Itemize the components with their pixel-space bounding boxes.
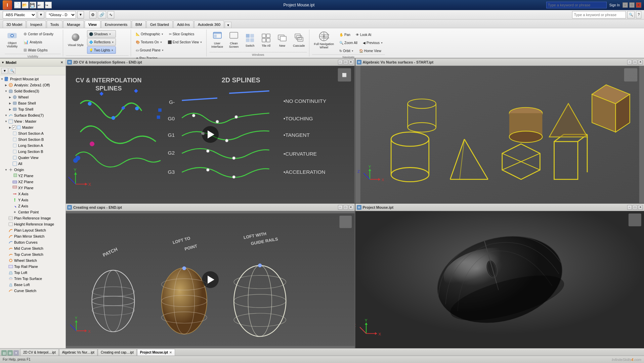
panel-cv-close-btn[interactable]: ✕ bbox=[349, 60, 353, 65]
tree-item-top-curve[interactable]: · Top Curve Sketch bbox=[0, 251, 66, 257]
panel-layout-dropdown[interactable]: ▼ bbox=[13, 350, 19, 356]
analysis-btn[interactable]: 📊 Analysis bbox=[22, 38, 55, 46]
restore-btn[interactable]: □ bbox=[629, 2, 635, 8]
bottom-tab-alg[interactable]: Algebraic Vs Nur....ipt bbox=[59, 349, 97, 356]
tree-item-plan-ref[interactable]: · Plan Reference Image bbox=[0, 215, 66, 221]
panel-cv-restore-btn[interactable]: □ bbox=[343, 60, 348, 65]
tab-get-started[interactable]: Get Started bbox=[146, 21, 173, 28]
sign-in-btn[interactable]: Sign In bbox=[608, 1, 621, 9]
switch-btn[interactable]: Switch bbox=[243, 31, 257, 49]
panel-cv-minimize-btn[interactable]: − bbox=[338, 60, 343, 65]
tree-item-long-section-b[interactable]: · Long Section B bbox=[0, 149, 66, 155]
zoom-all-btn[interactable]: 🔍 Zoom All bbox=[337, 39, 359, 46]
panel-mouse-minimize-btn[interactable]: − bbox=[627, 205, 632, 210]
slice-graphics-btn[interactable]: ✂ Slice Graphics bbox=[167, 30, 196, 38]
bottom-tab-caps[interactable]: Creating end cap....ipt bbox=[98, 349, 137, 356]
tree-item-plan-layout[interactable]: · Plan Layout Sketch bbox=[0, 227, 66, 233]
expand-icon9[interactable]: ▶ bbox=[8, 126, 12, 129]
bottom-tab-mouse[interactable]: Project Mouse.ipt ✕ bbox=[137, 349, 175, 356]
tree-item-yz-plane[interactable]: · YZ Plane bbox=[0, 173, 66, 179]
tree-item-base-loft[interactable]: · Base Loft bbox=[0, 282, 66, 288]
sidebar-search-btn[interactable]: 🔍 bbox=[9, 68, 15, 74]
tree-item-quater-view[interactable]: · Quater View bbox=[0, 155, 66, 161]
tab-add-ins[interactable]: Add-Ins bbox=[173, 21, 194, 28]
tree-item-analysis[interactable]: ▶ Analysis: Zebra1 (Off) bbox=[0, 82, 66, 88]
tab-view[interactable]: View bbox=[85, 21, 100, 28]
imate-glyphs-btn[interactable]: ⊞ iMate Glyphs bbox=[22, 46, 55, 54]
appearance-select[interactable]: *Glossy - D bbox=[46, 11, 76, 18]
panel-mouse-close-btn[interactable]: ✕ bbox=[638, 205, 643, 210]
pan-btn[interactable]: ✋ Pan bbox=[337, 31, 352, 38]
tab-manage[interactable]: Manage bbox=[63, 21, 84, 28]
bottom-tab-mouse-close[interactable]: ✕ bbox=[169, 351, 172, 354]
play-btn-caps[interactable] bbox=[202, 271, 219, 288]
minimize-btn[interactable]: − bbox=[622, 2, 628, 8]
material-select[interactable]: ABS Plastic bbox=[3, 11, 36, 18]
tree-item-base-shell[interactable]: ▶ Base Shell bbox=[0, 100, 66, 106]
end-section-view-btn[interactable]: ⬛ End Section View ▼ bbox=[166, 38, 204, 46]
panel-layout-icon1[interactable]: ▤ bbox=[1, 350, 7, 356]
new-window-btn[interactable]: New bbox=[275, 31, 290, 49]
panel-alg-close-btn[interactable]: ✕ bbox=[638, 60, 643, 65]
tree-item-plan-mirror[interactable]: · Plan Mirror Sketch bbox=[0, 233, 66, 239]
tree-item-mid-curve[interactable]: · Mid Curve Sketch bbox=[0, 245, 66, 251]
tree-item-center-point[interactable]: · Center Point bbox=[0, 209, 66, 215]
panel-caps-minimize-btn[interactable]: − bbox=[338, 205, 343, 210]
panel-caps-restore-btn[interactable]: □ bbox=[343, 205, 348, 210]
clean-screen-btn[interactable]: CleanScreen bbox=[226, 31, 241, 49]
expand-icon[interactable]: ▼ bbox=[0, 78, 4, 81]
expand-icon3[interactable]: ▼ bbox=[4, 90, 8, 93]
shadows-btn[interactable]: 🌑 Shadows ▼ bbox=[87, 30, 116, 38]
material-dropdown-btn[interactable]: ▼ bbox=[38, 11, 44, 18]
title-search-input[interactable] bbox=[546, 2, 607, 8]
center-of-gravity-btn[interactable]: ⊕ Center of Gravity bbox=[22, 30, 55, 38]
sidebar-close-btn[interactable]: ✕ bbox=[59, 60, 64, 65]
tree-item-short-section-b[interactable]: · Short Section B bbox=[0, 136, 66, 143]
tree-item-all[interactable]: · All bbox=[0, 161, 66, 167]
expand-icon4[interactable]: ▶ bbox=[8, 96, 12, 99]
cascade-btn[interactable]: Cascade bbox=[291, 31, 307, 49]
expand-icon7[interactable]: ▼ bbox=[4, 114, 8, 117]
tab-inspect[interactable]: Inspect bbox=[27, 21, 46, 28]
previous-btn[interactable]: ◀ Previous ▼ bbox=[361, 39, 385, 46]
expand-icon8[interactable]: ▼ bbox=[4, 120, 8, 123]
orthographic-btn[interactable]: 📐 Orthographic ▼ bbox=[134, 30, 166, 38]
orbit-btn[interactable]: ↻ Orbit ▼ bbox=[337, 47, 356, 54]
tree-item-top-loft[interactable]: · Top Loft bbox=[0, 270, 66, 276]
new-btn[interactable]: 📄 bbox=[14, 2, 21, 8]
bottom-tab-cv[interactable]: 2D CV & Interpol....ipt bbox=[20, 349, 59, 356]
tree-item-trim[interactable]: · Trim Top Surface bbox=[0, 276, 66, 282]
tree-item-solid-bodies[interactable]: ▼ Solid Bodies(3) bbox=[0, 88, 66, 94]
look-at-btn[interactable]: 👁 Look At bbox=[354, 31, 373, 38]
search-btn[interactable]: 🔍 bbox=[627, 11, 635, 18]
sidebar-filter-btn[interactable]: ▼ bbox=[1, 68, 8, 74]
tree-item-view-master[interactable]: ▼ View : Master bbox=[0, 118, 66, 124]
tab-tools[interactable]: Tools bbox=[47, 21, 63, 28]
tree-item-xz-plane[interactable]: · XZ Plane bbox=[0, 179, 66, 185]
ribbon-search-input[interactable] bbox=[572, 11, 626, 18]
sidebar-collapse-btn[interactable]: ▼ bbox=[1, 61, 4, 64]
tree-item-short-section-a[interactable]: · Short Section A bbox=[0, 130, 66, 136]
user-interface-btn[interactable]: UserInterface bbox=[209, 31, 225, 49]
panel-caps-close-btn[interactable]: ✕ bbox=[349, 205, 353, 210]
appearance-dropdown-btn[interactable]: ▼ bbox=[77, 11, 84, 18]
undo-btn[interactable]: ↩ bbox=[37, 2, 44, 8]
tree-item-x-axis[interactable]: · X Axis bbox=[0, 191, 66, 197]
panel-mouse-restore-btn[interactable]: □ bbox=[633, 205, 637, 210]
tab-environments[interactable]: Environments bbox=[101, 21, 131, 28]
tree-item-button-curves[interactable]: · Button Curves bbox=[0, 239, 66, 245]
tb-icon2[interactable]: 🔗 bbox=[98, 11, 106, 18]
save-btn[interactable]: 💾 bbox=[30, 2, 36, 8]
expand-origin[interactable]: ▼ bbox=[4, 168, 8, 171]
tree-item-y-axis[interactable]: · Y Axis bbox=[0, 197, 66, 203]
tree-item-project[interactable]: ▼ Project Mouse.ipt bbox=[0, 76, 66, 82]
tree-item-curve-sketch[interactable]: · Curve Sketch bbox=[0, 288, 66, 294]
tree-item-wheel-sketch[interactable]: · Wheel Sketch bbox=[0, 257, 66, 264]
reflections-btn[interactable]: 💠 Reflections ▼ bbox=[87, 38, 116, 46]
tree-item-xy-plane[interactable]: · XY Plane bbox=[0, 185, 66, 191]
tree-item-origin[interactable]: ▼ Origin bbox=[0, 167, 66, 173]
full-navigation-wheel-btn[interactable]: PAN ZOOM ORBIT LOOK Full NavigationWheel bbox=[312, 30, 336, 50]
tile-all-btn[interactable]: Tile All bbox=[259, 31, 273, 49]
master-checkbox[interactable] bbox=[12, 125, 16, 129]
help-btn[interactable]: ? bbox=[636, 11, 641, 18]
